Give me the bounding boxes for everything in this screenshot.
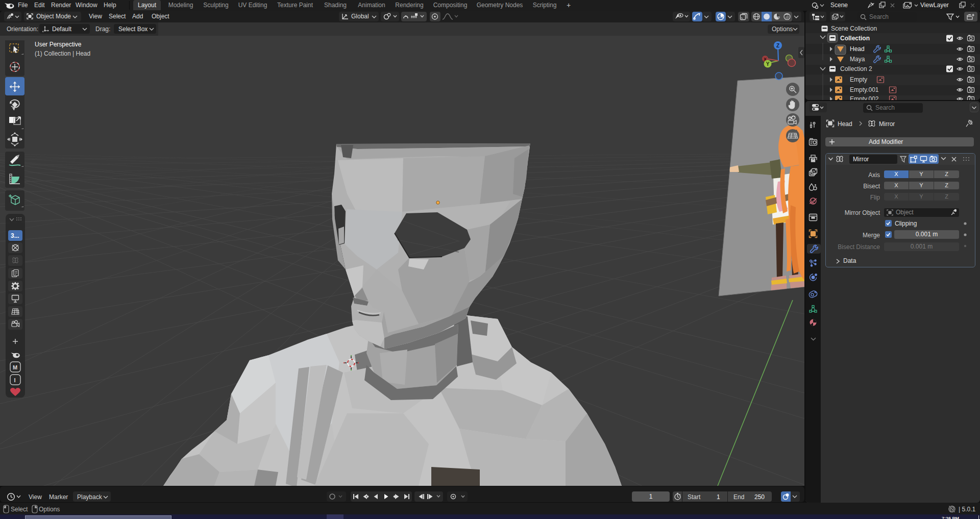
- svg-text:M: M: [13, 364, 17, 370]
- svg-text:I: I: [14, 377, 16, 383]
- svg-text:Collection 2: Collection 2: [840, 65, 872, 72]
- svg-text:Scene Collection: Scene Collection: [831, 25, 877, 32]
- svg-text:Maya: Maya: [850, 56, 865, 63]
- svg-text:Collection: Collection: [840, 35, 870, 42]
- svg-text:Empty: Empty: [850, 76, 867, 83]
- svg-text:Head: Head: [850, 45, 865, 53]
- svg-text:3...: 3...: [11, 232, 19, 239]
- svg-text:Z: Z: [776, 43, 779, 48]
- svg-text:Empty.001: Empty.001: [850, 86, 879, 93]
- svg-text:Mirror: Mirror: [879, 120, 895, 128]
- svg-text:Head: Head: [838, 120, 852, 128]
- svg-text:Y: Y: [766, 61, 770, 67]
- svg-text:Empty.002: Empty.002: [850, 95, 879, 100]
